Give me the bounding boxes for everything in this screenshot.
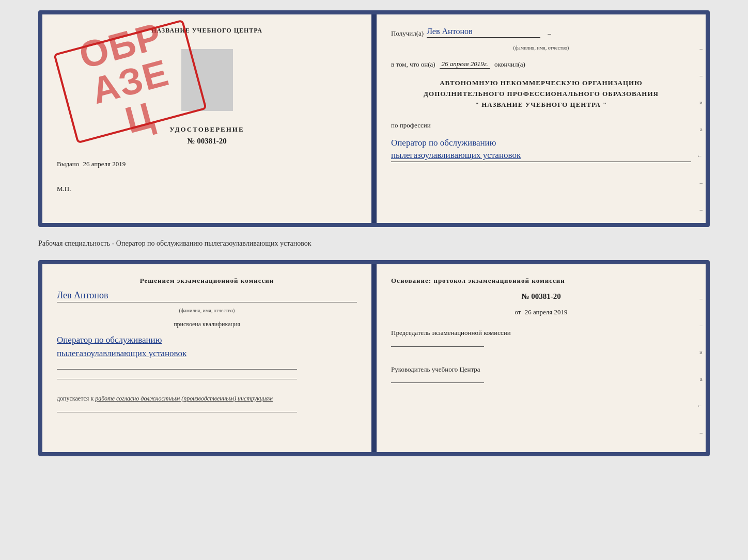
ot-date: от 26 апреля 2019	[391, 308, 691, 316]
rukovoditel-signature-line	[391, 382, 484, 383]
bottom-fio-hint: (фамилия, имя, отчество)	[57, 308, 357, 313]
okonchil-label: окончил(а)	[494, 60, 525, 69]
vydano-label: Выдано	[57, 160, 79, 168]
b-side-arrow: ←	[697, 403, 703, 409]
side-dash-4: –	[700, 206, 703, 213]
ot-date-value: 26 апреля 2019	[525, 308, 568, 316]
org-line1: АВТОНОМНУЮ НЕКОММЕРЧЕСКУЮ ОРГАНИЗАЦИЮ	[391, 78, 691, 89]
book-divider-bottom	[371, 264, 377, 452]
udostoverenie-title: УДОСТОВЕРЕНИЕ	[169, 125, 244, 134]
document-wrapper: НАЗВАНИЕ УЧЕБНОГО ЦЕНТРА УДОСТОВЕРЕНИЕ №…	[38, 10, 710, 456]
predsedatel-signature-line	[391, 346, 484, 347]
certificate-book-top: НАЗВАНИЕ УЧЕБНОГО ЦЕНТРА УДОСТОВЕРЕНИЕ №…	[38, 10, 710, 227]
cert-left-panel: НАЗВАНИЕ УЧЕБНОГО ЦЕНТРА УДОСТОВЕРЕНИЕ №…	[42, 14, 371, 223]
b-side-i: и	[699, 349, 703, 355]
bottom-right-side-marks: – – и а ← – – – –	[697, 295, 703, 456]
b-side-dash-3: –	[700, 429, 703, 436]
certificate-book-bottom: Решением экзаменационной комиссии Лев Ан…	[38, 260, 710, 456]
bottom-fio: Лев Антонов	[57, 290, 357, 302]
kvali-value: Оператор по обслуживанию пылегазоулавлив…	[57, 333, 357, 360]
vydano-section: Выдано 26 апреля 2019	[57, 160, 357, 168]
rukovoditel-section: Руководитель учебного Центра	[391, 364, 691, 386]
right-side-marks: – – и а ← – – – –	[697, 45, 703, 227]
poluchil-label: Получил(а)	[391, 29, 424, 38]
kvali-line2: пылегазоулавливающих установок	[57, 347, 357, 360]
vtom-row: в том, что он(а) 26 апреля 2019г. окончи…	[391, 60, 691, 69]
vtom-date: 26 апреля 2019г.	[440, 60, 490, 69]
poluchil-row: Получил(а) Лев Антонов –	[391, 27, 691, 38]
bottom-right-panel: Основание: протокол экзаменационной коми…	[377, 264, 706, 452]
prof-line2: пылегазоулавливающих установок	[391, 149, 691, 162]
protocol-number: № 00381-20	[391, 292, 691, 301]
side-i: и	[699, 99, 703, 105]
dopusk-prefix: допускается к	[57, 395, 93, 402]
b-side-a: а	[700, 376, 703, 382]
prisvoena-label: присвоена квалификация	[57, 321, 357, 328]
predsedatel-section: Председатель экзаменационной комиссии	[391, 328, 691, 349]
org-line2: ДОПОЛНИТЕЛЬНОГО ПРОФЕССИОНАЛЬНОГО ОБРАЗО…	[391, 89, 691, 100]
kvali-line1: Оператор по обслуживанию	[57, 333, 357, 347]
udostoverenie-section: УДОСТОВЕРЕНИЕ № 00381-20	[57, 125, 357, 146]
side-dash-3: –	[700, 180, 703, 186]
side-arrow: ←	[697, 153, 703, 159]
book-divider-top	[371, 14, 377, 223]
cert-right-panel: Получил(а) Лев Антонов – (фамилия, имя, …	[377, 14, 706, 223]
poluchil-dash: –	[548, 29, 551, 38]
mp-label: М.П.	[57, 185, 357, 193]
ot-prefix: от	[515, 308, 521, 316]
middle-specialty-text: Рабочая специальность - Оператор по обсл…	[38, 235, 710, 252]
prof-line1: Оператор по обслуживанию	[391, 137, 691, 149]
dopuskaetsya-text: допускается к работе согласно должностны…	[57, 395, 357, 403]
b-side-dash-2: –	[700, 322, 703, 328]
udostoverenie-number: № 00381-20	[187, 137, 226, 146]
osnovanie-title: Основание: протокол экзаменационной коми…	[391, 277, 691, 285]
vydano-date: 26 апреля 2019	[83, 160, 126, 168]
photo-placeholder	[181, 49, 233, 111]
resheniem-title: Решением экзаменационной комиссии	[57, 277, 357, 285]
vtom-prefix: в том, что он(а)	[391, 60, 435, 69]
fio-hint-top: (фамилия, имя, отчество)	[391, 45, 691, 51]
poluchil-name: Лев Антонов	[427, 27, 540, 38]
org-line3: " НАЗВАНИЕ УЧЕБНОГО ЦЕНТРА "	[391, 100, 691, 110]
profession-value: Оператор по обслуживанию пылегазоулавлив…	[391, 137, 691, 162]
side-a: а	[700, 126, 703, 132]
predsedatel-label: Председатель экзаменационной комиссии	[391, 328, 691, 338]
b-side-dash-1: –	[700, 295, 703, 301]
po-professii-label: по профессии	[391, 121, 691, 130]
side-dash-2: –	[700, 72, 703, 78]
center-name-label: НАЗВАНИЕ УЧЕБНОГО ЦЕНТРА	[57, 27, 357, 35]
rukovoditel-label: Руководитель учебного Центра	[391, 364, 691, 375]
dopusk-italic: работе согласно должностным (производств…	[95, 395, 273, 402]
side-dash-1: –	[700, 45, 703, 52]
bottom-left-panel: Решением экзаменационной комиссии Лев Ан…	[42, 264, 371, 452]
org-info: АВТОНОМНУЮ НЕКОММЕРЧЕСКУЮ ОРГАНИЗАЦИЮ ДО…	[391, 78, 691, 110]
